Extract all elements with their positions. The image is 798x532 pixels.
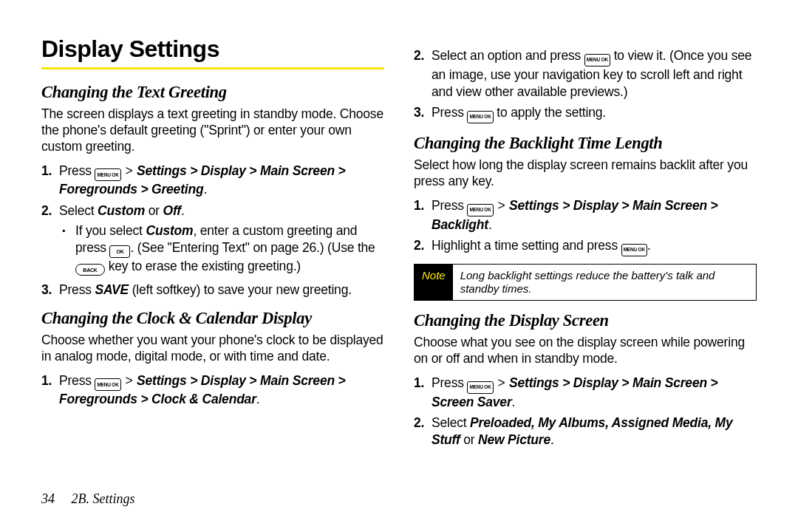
menu-ok-key-icon: MENU OK [467,204,493,216]
back-key-icon: BACK [75,264,105,276]
step-text: Press [59,282,95,297]
bullet-item: If you select Custom, enter a custom gre… [75,222,384,276]
menu-ok-key-icon: MENU OK [95,378,120,391]
left-column: Display Settings Changing the Text Greet… [41,35,384,453]
ok-key-icon: OK [109,245,130,258]
softkey-save: SAVE [95,282,129,297]
step-text: Press [432,105,467,120]
note-box: Note Long backlight settings reduce the … [414,264,757,301]
steps-list: 2. Select an option and press MENU OK to… [414,47,757,123]
menu-ok-key-icon: MENU OK [584,54,610,66]
step-text: Highlight a time setting and press [432,238,621,253]
title-rule [41,67,384,69]
paragraph: Choose what you see on the display scree… [414,335,757,367]
note-text: Long backlight settings reduce the batte… [453,265,756,300]
two-column-layout: Display Settings Changing the Text Greet… [41,35,757,453]
manual-page: Display Settings Changing the Text Greet… [0,0,798,532]
option-new-picture: New Picture [478,432,550,447]
page-title: Display Settings [41,35,384,63]
step-item: 3. Press SAVE (left softkey) to save you… [59,282,384,299]
step-text: Select an option and press [432,48,584,63]
step-text: Press [432,198,467,213]
bullet-text: If you select [75,223,146,238]
option-custom: Custom [98,203,145,218]
menu-ok-key-icon: MENU OK [621,244,647,256]
step-text: Press [59,163,95,178]
section-label: 2B. Settings [72,491,135,506]
step-item: 3. Press MENU OK to apply the setting. [432,104,757,123]
steps-list: 1. Press MENU OK > Settings > Display > … [41,163,384,299]
step-item: 2. Select Custom or Off. If you select C… [59,202,384,276]
menu-ok-key-icon: MENU OK [95,168,120,181]
step-item: 1. Press MENU OK > Settings > Display > … [432,375,757,411]
step-item: 1. Press MENU OK > Settings > Display > … [59,163,384,199]
menu-ok-key-icon: MENU OK [467,111,493,123]
step-text: Press [432,375,467,390]
bullet-text: key to erase the existing greeting.) [105,259,301,273]
steps-list: 1. Press MENU OK > Settings > Display > … [41,372,384,409]
right-column: 2. Select an option and press MENU OK to… [414,35,757,453]
step-item: 2. Select Preloaded, My Albums, Assigned… [432,415,757,449]
bullet-text: . (See "Entering Text" on page 26.) (Use… [130,240,375,255]
paragraph: The screen displays a text greeting in s… [41,106,384,155]
paragraph: Choose whether you want your phone's clo… [41,332,384,365]
subhead-clock-calendar: Changing the Clock & Calendar Display [41,309,384,328]
sub-bullet-list: If you select Custom, enter a custom gre… [59,222,384,276]
subhead-display-screen: Changing the Display Screen [414,311,757,330]
option-custom: Custom [146,223,193,238]
step-text: Select [59,203,98,218]
step-item: 2. Select an option and press MENU OK to… [432,47,757,100]
steps-list: 1. Press MENU OK > Settings > Display > … [414,197,757,256]
paragraph: Select how long the display screen remai… [414,157,757,190]
steps-list: 1. Press MENU OK > Settings > Display > … [414,375,757,449]
step-item: 1. Press MENU OK > Settings > Display > … [59,372,384,409]
subhead-text-greeting: Changing the Text Greeting [41,83,384,102]
menu-ok-key-icon: MENU OK [467,381,493,394]
step-text: Select [432,415,470,430]
page-number: 34 [41,491,55,506]
page-footer: 34 2B. Settings [41,491,135,507]
step-item: 2. Highlight a time setting and press ME… [432,237,757,256]
step-text: to apply the setting. [494,105,606,120]
subhead-backlight: Changing the Backlight Time Length [414,134,757,153]
step-item: 1. Press MENU OK > Settings > Display > … [432,197,757,233]
step-text: or [460,432,479,447]
option-off: Off [163,203,181,218]
step-text: or [145,203,163,218]
step-text: Press [59,373,95,388]
note-label: Note [415,265,453,300]
step-text: (left softkey) to save your new greeting… [129,282,352,297]
